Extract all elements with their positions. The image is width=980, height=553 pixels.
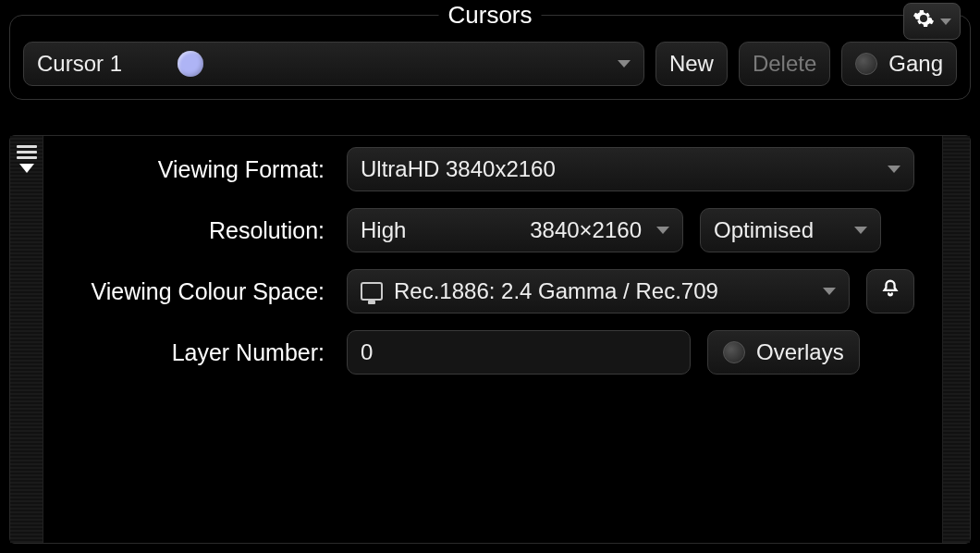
cursor-selector[interactable]: Cursor 1 [23, 42, 644, 86]
overlays-toggle-label: Overlays [756, 339, 844, 365]
chevron-down-icon [823, 288, 836, 295]
colour-space-dropdown[interactable]: Rec.1886: 2.4 Gamma / Rec.709 [347, 269, 850, 313]
toggle-indicator-icon [855, 53, 877, 75]
delete-button[interactable]: Delete [739, 42, 830, 86]
new-button[interactable]: New [655, 42, 728, 86]
monitor-icon [361, 282, 383, 301]
resolution-mode-dropdown[interactable]: Optimised [700, 208, 881, 252]
resolution-mode-value: Optimised [714, 217, 814, 243]
settings-content: Viewing Format: UltraHD 3840x2160 Resolu… [43, 136, 942, 543]
colour-space-row: Viewing Colour Space: Rec.1886: 2.4 Gamm… [53, 269, 914, 313]
settings-area: Viewing Format: UltraHD 3840x2160 Resolu… [9, 135, 971, 544]
layer-number-input[interactable] [347, 330, 691, 375]
drag-handle-icon [17, 141, 37, 162]
resolution-label: Resolution: [53, 217, 330, 244]
gang-toggle[interactable]: Gang [841, 42, 957, 86]
colour-space-value: Rec.1886: 2.4 Gamma / Rec.709 [394, 278, 718, 304]
cursor-toolbar: Cursor 1 New Delete Gang [23, 42, 957, 86]
resolution-quality-dropdown[interactable]: High 3840×2160 [347, 208, 683, 252]
settings-gear-button[interactable] [903, 3, 961, 40]
viewing-format-value: UltraHD 3840x2160 [361, 156, 556, 182]
bell-reset-icon [880, 278, 900, 304]
chevron-down-icon [656, 227, 669, 234]
collapse-icon [19, 164, 34, 173]
colour-space-reset-button[interactable] [866, 269, 914, 313]
chevron-down-icon [618, 60, 631, 68]
viewing-format-row: Viewing Format: UltraHD 3840x2160 [53, 147, 914, 191]
toggle-indicator-icon [723, 341, 745, 363]
viewing-format-label: Viewing Format: [53, 156, 330, 183]
cursors-panel: Cursors Cursor 1 New Delete Gang [9, 15, 971, 100]
chevron-down-icon [940, 18, 951, 25]
layer-number-row: Layer Number: Overlays [53, 330, 914, 375]
layer-number-label: Layer Number: [53, 339, 330, 366]
right-strip[interactable] [942, 136, 970, 543]
panel-title: Cursors [438, 1, 541, 30]
resolution-row: Resolution: High 3840×2160 Optimised [53, 208, 914, 252]
new-button-label: New [669, 51, 714, 77]
cursor-color-indicator [178, 51, 203, 77]
resolution-quality-value: High [361, 217, 406, 243]
cursor-selector-label: Cursor 1 [37, 51, 122, 77]
left-strip[interactable] [10, 136, 43, 543]
gang-toggle-label: Gang [888, 51, 943, 77]
colour-space-label: Viewing Colour Space: [53, 278, 330, 305]
overlays-toggle[interactable]: Overlays [707, 330, 860, 375]
viewing-format-dropdown[interactable]: UltraHD 3840x2160 [347, 147, 914, 191]
resolution-dimensions: 3840×2160 [530, 217, 642, 243]
gear-icon [913, 7, 935, 35]
delete-button-label: Delete [753, 51, 816, 77]
chevron-down-icon [854, 227, 867, 234]
chevron-down-icon [888, 166, 900, 173]
